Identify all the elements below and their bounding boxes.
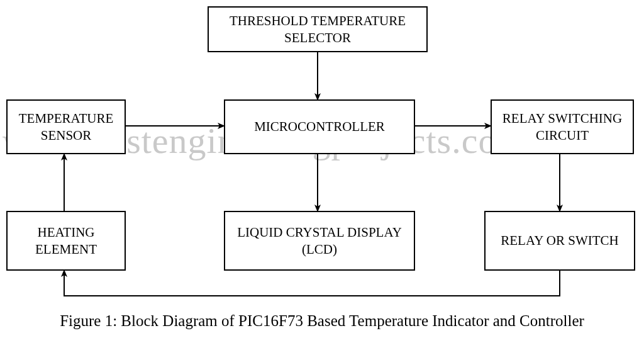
block-relay-or-switch: RELAY OR SWITCH bbox=[484, 211, 635, 271]
arrow-relay-to-heating bbox=[64, 271, 560, 296]
block-label: THRESHOLD TEMPERATURE SELECTOR bbox=[213, 13, 423, 46]
figure-caption: Figure 1: Block Diagram of PIC16F73 Base… bbox=[25, 312, 619, 330]
block-label: TEMPERATURE SENSOR bbox=[11, 110, 121, 144]
block-microcontroller: MICROCONTROLLER bbox=[224, 99, 415, 154]
block-heating-element: HEATING ELEMENT bbox=[6, 211, 126, 271]
block-label: HEATING ELEMENT bbox=[11, 224, 121, 257]
block-relay-switching-circuit: RELAY SWITCHING CIRCUIT bbox=[491, 99, 634, 154]
block-lcd: LIQUID CRYSTAL DISPLAY (LCD) bbox=[224, 211, 415, 271]
block-temperature-sensor: TEMPERATURE SENSOR bbox=[6, 99, 126, 154]
block-label: LIQUID CRYSTAL DISPLAY (LCD) bbox=[229, 224, 410, 257]
block-label: MICROCONTROLLER bbox=[254, 118, 385, 135]
block-threshold-selector: THRESHOLD TEMPERATURE SELECTOR bbox=[208, 6, 428, 52]
block-label: RELAY OR SWITCH bbox=[501, 232, 618, 249]
diagram-canvas: www.bestengineeringprojects.com THRESHOL… bbox=[0, 0, 644, 338]
block-label: RELAY SWITCHING CIRCUIT bbox=[496, 110, 629, 144]
